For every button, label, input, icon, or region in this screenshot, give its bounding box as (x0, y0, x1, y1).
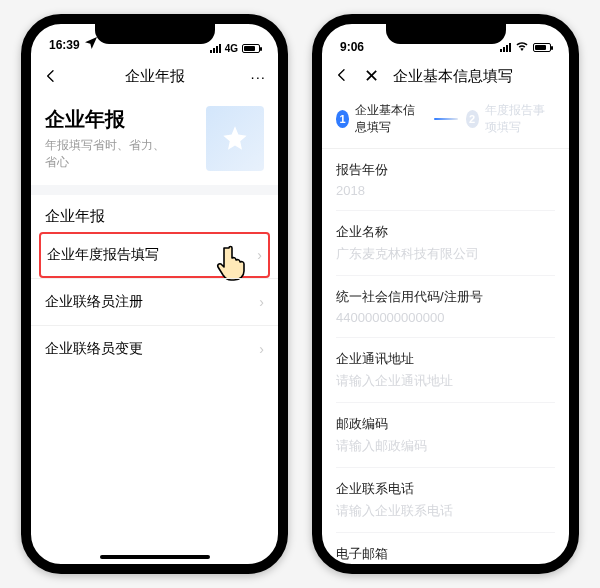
form-body[interactable]: 报告年份 2018 企业名称 广东麦克林科技有限公司 统一社会信用代码/注册号 … (322, 149, 569, 564)
field-report-year[interactable]: 报告年份 2018 (322, 149, 569, 211)
list-item-label: 企业联络员变更 (45, 340, 259, 358)
phone-left: 16:39 4G 企业年报 ··· 企业年报 年报填写省时、省力、省心 企业年报… (21, 14, 288, 574)
field-value: 请输入企业通讯地址 (336, 372, 555, 403)
hero-title: 企业年报 (45, 106, 206, 133)
notch (386, 22, 506, 44)
nav-title: 企业基本信息填写 (393, 67, 513, 86)
step-2: 2 年度报告事项填写 (466, 102, 556, 136)
chevron-right-icon: › (259, 341, 264, 357)
signal-icon (500, 43, 511, 52)
field-value: 请输入企业联系电话 (336, 502, 555, 533)
step-indicator: 1 企业基本信息填写 2 年度报告事项填写 (322, 96, 569, 149)
list-item-liaison-change[interactable]: 企业联络员变更 › (31, 325, 278, 372)
chevron-right-icon: › (259, 294, 264, 310)
field-company-name[interactable]: 企业名称 广东麦克林科技有限公司 (322, 211, 569, 276)
back-button[interactable] (43, 68, 83, 84)
field-value: 请输入邮政编码 (336, 437, 555, 468)
field-value: 2018 (336, 183, 555, 211)
more-button[interactable]: ··· (226, 68, 266, 85)
battery-icon (242, 44, 260, 53)
network-label: 4G (225, 43, 238, 54)
field-phone[interactable]: 企业联系电话 请输入企业联系电话 (322, 468, 569, 533)
signal-icon (210, 44, 221, 53)
hero: 企业年报 年报填写省时、省力、省心 (31, 96, 278, 185)
home-indicator[interactable] (100, 555, 210, 559)
field-postal-code[interactable]: 邮政编码 请输入邮政编码 (322, 403, 569, 468)
hero-star-badge (206, 106, 264, 171)
section-title: 企业年报 (31, 195, 278, 232)
field-value: 广东麦克林科技有限公司 (336, 245, 555, 276)
step-separator (434, 118, 458, 120)
field-email[interactable]: 电子邮箱 请输入电子邮箱 (322, 533, 569, 564)
list-item-label: 企业联络员注册 (45, 293, 259, 311)
nav-bar: ✕ 企业基本信息填写 (322, 56, 569, 96)
hero-subtitle: 年报填写省时、省力、省心 (45, 137, 175, 171)
field-label: 邮政编码 (336, 415, 555, 433)
field-label: 报告年份 (336, 161, 555, 179)
nav-bar: 企业年报 ··· (31, 56, 278, 96)
status-time: 9:06 (340, 40, 364, 54)
field-label: 企业联系电话 (336, 480, 555, 498)
section-divider (31, 185, 278, 195)
close-button[interactable]: ✕ (364, 67, 379, 85)
step-label: 年度报告事项填写 (485, 102, 555, 136)
field-label: 电子邮箱 (336, 545, 555, 563)
nav-title: 企业年报 (93, 67, 216, 86)
battery-icon (533, 43, 551, 52)
list-item-liaison-register[interactable]: 企业联络员注册 › (31, 278, 278, 325)
chevron-right-icon: › (257, 247, 262, 263)
wifi-icon (515, 40, 529, 54)
notch (95, 22, 215, 44)
status-time: 16:39 (49, 38, 80, 52)
field-value: 440000000000000 (336, 310, 555, 338)
list-item-annual-report-fill[interactable]: 企业年度报告填写 › (39, 232, 270, 278)
back-button[interactable] (334, 67, 350, 86)
field-credit-code[interactable]: 统一社会信用代码/注册号 440000000000000 (322, 276, 569, 338)
step-1: 1 企业基本信息填写 (336, 102, 426, 136)
field-label: 企业名称 (336, 223, 555, 241)
field-address[interactable]: 企业通讯地址 请输入企业通讯地址 (322, 338, 569, 403)
field-label: 统一社会信用代码/注册号 (336, 288, 555, 306)
step-dot: 1 (336, 110, 349, 128)
phone-right: 9:06 ✕ 企业基本信息填写 1 企业基本信息填写 2 年度报告事项填写 报告… (312, 14, 579, 574)
list-item-label: 企业年度报告填写 (47, 246, 257, 264)
field-label: 企业通讯地址 (336, 350, 555, 368)
step-label: 企业基本信息填写 (355, 102, 425, 136)
step-dot: 2 (466, 110, 479, 128)
